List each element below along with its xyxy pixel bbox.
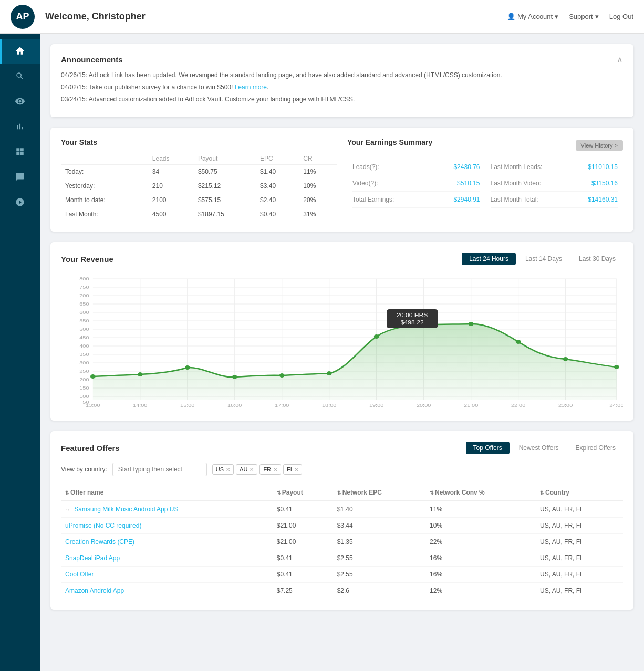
tab-top-offers[interactable]: Top Offers xyxy=(466,442,510,454)
country-tag-remove[interactable]: ✕ xyxy=(250,467,254,473)
stats-row: Month to date: 2100 $575.15 $2.40 20% xyxy=(61,193,337,207)
offer-payout: $7.25 xyxy=(273,583,333,599)
support-chevron: ▾ xyxy=(595,13,599,20)
offer-payout: $0.41 xyxy=(273,550,333,567)
stats-title: Your Stats xyxy=(61,138,337,146)
tab-last-14-days[interactable]: Last 14 Days xyxy=(518,253,569,265)
stats-row-epc: $3.40 xyxy=(256,179,299,193)
svg-text:450: 450 xyxy=(79,335,89,340)
stats-row-leads: 34 xyxy=(148,165,194,179)
stats-row: Today: 34 $50.75 $1.40 11% xyxy=(61,165,337,179)
table-row: ↔ Samsung Milk Music Android App US $0.4… xyxy=(61,501,623,518)
offer-link[interactable]: uPromise (No CC required) xyxy=(65,522,141,529)
svg-text:13:00: 13:00 xyxy=(86,403,100,408)
collapse-icon[interactable]: ∧ xyxy=(617,55,623,65)
tab-newest-offers[interactable]: Newest Offers xyxy=(512,442,566,454)
earnings-title: Your Earnings Summary xyxy=(347,138,432,146)
sidebar-item-stats[interactable] xyxy=(0,114,40,140)
stats-row-payout: $50.75 xyxy=(194,165,256,179)
offer-link[interactable]: SnapDeal iPad App xyxy=(65,554,120,562)
country-search-input[interactable] xyxy=(112,463,207,476)
stats-row-payout: $575.15 xyxy=(194,193,256,207)
earnings-col-right: Last Month Leads:$11010.15Last Month Vid… xyxy=(485,159,624,208)
logo: AP xyxy=(11,5,35,29)
offer-country: US, AU, FR, FI xyxy=(536,550,623,567)
sidebar-item-chat[interactable] xyxy=(0,165,40,190)
tab-last-30-days[interactable]: Last 30 Days xyxy=(572,253,623,265)
offer-epc: $1.40 xyxy=(333,501,425,518)
chart-x-labels: 13:00 14:00 15:00 16:00 17:00 18:00 19:0… xyxy=(86,403,623,408)
col-network-epc: ⇅Network EPC xyxy=(333,485,425,501)
country-tag-remove[interactable]: ✕ xyxy=(226,467,230,473)
offer-conv: 16% xyxy=(425,550,536,567)
chart-point-11[interactable] xyxy=(614,365,619,369)
country-tag-remove[interactable]: ✕ xyxy=(273,467,277,473)
earnings-label: Last Month Leads: xyxy=(491,163,543,171)
chart-point-6[interactable] xyxy=(374,334,379,339)
sort-icon-name[interactable]: ⇅ xyxy=(65,490,69,496)
stats-row-label: Today: xyxy=(61,165,148,179)
chart-point-5[interactable] xyxy=(327,371,332,375)
svg-text:650: 650 xyxy=(79,301,89,307)
offer-link[interactable]: Creation Rewards (CPE) xyxy=(65,538,134,546)
sort-icon-country[interactable]: ⇅ xyxy=(540,490,544,496)
offer-epc: $1.35 xyxy=(333,534,425,550)
stats-col-epc: EPC xyxy=(256,153,299,165)
tab-expired-offers[interactable]: Expired Offers xyxy=(568,442,623,454)
svg-text:300: 300 xyxy=(79,360,89,365)
offer-country: US, AU, FR, FI xyxy=(536,534,623,550)
chart-point-4[interactable] xyxy=(279,373,285,378)
svg-text:350: 350 xyxy=(79,352,89,357)
chart-point-0[interactable] xyxy=(90,374,96,379)
support-menu[interactable]: Support ▾ xyxy=(569,13,599,20)
earnings-row: Last Month Total:$14160.31 xyxy=(491,192,618,208)
sidebar-item-home[interactable] xyxy=(0,39,40,64)
offer-link[interactable]: Samsung Milk Music Android App US xyxy=(74,506,178,513)
country-tag-remove[interactable]: ✕ xyxy=(294,467,298,473)
chart-point-8[interactable] xyxy=(469,322,474,326)
chart-point-9[interactable] xyxy=(516,340,521,344)
chart-point-2[interactable] xyxy=(185,365,190,370)
account-menu[interactable]: 👤 My Account ▾ xyxy=(507,13,558,20)
stats-col-cr: CR xyxy=(299,153,337,165)
chart-point-10[interactable] xyxy=(563,357,568,361)
offer-link[interactable]: Amazon Android App xyxy=(65,587,124,594)
svg-text:23:00: 23:00 xyxy=(558,403,573,408)
svg-text:550: 550 xyxy=(79,318,89,323)
offer-conv: 22% xyxy=(425,534,536,550)
sidebar-item-play[interactable] xyxy=(0,190,40,215)
earnings-value: $14160.31 xyxy=(588,196,618,203)
sort-icon-conv[interactable]: ⇅ xyxy=(430,490,434,496)
sidebar-item-grid[interactable] xyxy=(0,140,40,165)
learn-more-link[interactable]: Learn more xyxy=(235,83,267,91)
revenue-title: Your Revenue xyxy=(61,255,113,264)
sort-icon-epc[interactable]: ⇅ xyxy=(337,490,341,496)
country-label: View by country: xyxy=(61,466,107,473)
stats-row-label: Month to date: xyxy=(61,193,148,207)
offer-conv: 11% xyxy=(425,501,536,518)
col-payout: ⇅Payout xyxy=(273,485,333,501)
offer-name-cell: Cool Offer xyxy=(61,567,273,583)
earnings-value: $2940.91 xyxy=(453,196,480,203)
offers-title: Featured Offers xyxy=(61,444,120,453)
sort-icon-payout[interactable]: ⇅ xyxy=(277,490,281,496)
svg-text:250: 250 xyxy=(79,369,89,374)
logout-button[interactable]: Log Out xyxy=(609,13,633,20)
chart-point-3[interactable] xyxy=(232,375,237,379)
offer-name-cell: Amazon Android App xyxy=(61,583,273,599)
chart-point-1[interactable] xyxy=(138,372,143,376)
sidebar-item-watch[interactable] xyxy=(0,89,40,114)
offer-conv: 16% xyxy=(425,567,536,583)
earnings-row: Leads(?):$2430.76 xyxy=(352,159,480,175)
account-chevron: ▾ xyxy=(555,13,558,20)
announcements-header: Announcements ∧ xyxy=(61,55,623,65)
offer-epc: $3.44 xyxy=(333,518,425,534)
offer-link[interactable]: Cool Offer xyxy=(65,571,94,578)
country-tag-label: AU xyxy=(240,466,247,473)
sidebar-item-search[interactable] xyxy=(0,64,40,89)
view-history-button[interactable]: View History > xyxy=(576,140,623,151)
tab-last-24-hours[interactable]: Last 24 Hours xyxy=(462,253,516,265)
offer-country: US, AU, FR, FI xyxy=(536,567,623,583)
grid-icon xyxy=(15,147,25,158)
stats-row-label: Yesterday: xyxy=(61,179,148,193)
